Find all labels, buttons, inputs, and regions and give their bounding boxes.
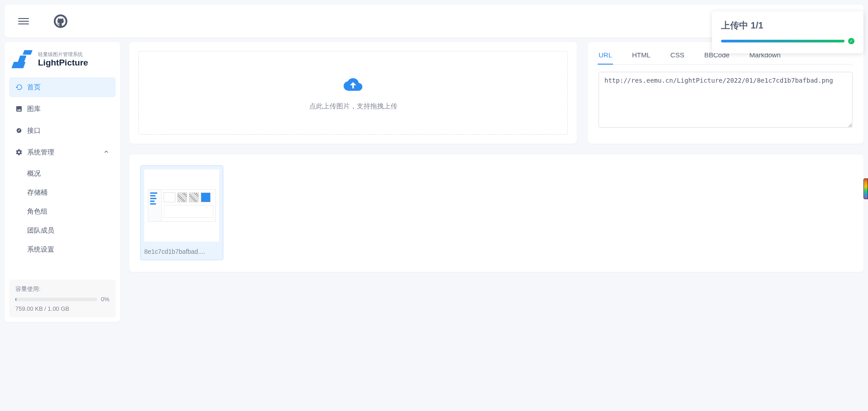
main-content: 点此上传图片，支持拖拽上传 URL HTML CSS BBCode Markdo… [129,42,863,322]
sidebar-item-label: 首页 [27,83,41,92]
sidebar-sub-settings[interactable]: 系统设置 [27,240,116,259]
link-card: URL HTML CSS BBCode Markdown [588,42,863,144]
recent-gallery: 8e1c7cd1b7bafbad.... [129,154,863,272]
sidebar-item-label: 系统管理 [27,148,54,157]
tab-url[interactable]: URL [599,51,612,64]
upload-hint: 点此上传图片，支持拖拽上传 [309,102,397,111]
logo-subtitle: 轻量级图片管理系统 [38,51,88,58]
check-icon: ✓ [848,38,854,44]
cloud-upload-icon [341,75,365,94]
nav-menu: 首页 图库 接口 系统管理 概况 存储桶 角色组 团队成员 系统设置 [9,77,116,280]
storage-progress-bar [15,298,97,301]
progress-bar [721,40,844,42]
sidebar-item-system[interactable]: 系统管理 [9,142,116,162]
upload-card: 点此上传图片，支持拖拽上传 [129,42,577,144]
sidebar-item-label: 接口 [27,126,41,135]
chevron-up-icon [103,149,109,156]
sidebar-item-gallery[interactable]: 图库 [9,99,116,119]
sidebar-sub-overview[interactable]: 概况 [27,164,116,183]
topbar: 上传中 1/1 ✓ [5,5,863,37]
sidebar: 轻量级图片管理系统 LightPicture 首页 图库 接口 系统管理 [5,42,120,322]
sidebar-sub-bucket[interactable]: 存储桶 [27,183,116,202]
storage-usage-panel: 容量使用: 0% 759.00 KB / 1.00 GB [9,280,116,318]
storage-percent: 0% [101,296,109,303]
storage-label: 容量使用: [15,285,109,293]
upload-toast-progress: ✓ [721,38,854,44]
sidebar-item-api[interactable]: 接口 [9,121,116,140]
sidebar-sub-roles[interactable]: 角色组 [27,202,116,221]
logo-icon [13,50,34,68]
sidebar-item-label: 图库 [27,105,41,113]
tab-css[interactable]: CSS [670,51,684,64]
api-icon [15,127,23,134]
gallery-item[interactable]: 8e1c7cd1b7bafbad.... [140,165,223,260]
sidebar-submenu-system: 概况 存储桶 角色组 团队成员 系统设置 [9,164,116,259]
logo: 轻量级图片管理系统 LightPicture [9,50,116,77]
tab-html[interactable]: HTML [632,51,651,64]
menu-toggle-button[interactable] [18,16,29,27]
logo-title: LightPicture [38,58,88,68]
upload-dropzone[interactable]: 点此上传图片，支持拖拽上传 [138,51,568,135]
sidebar-sub-team[interactable]: 团队成员 [27,221,116,240]
sidebar-item-home[interactable]: 首页 [9,77,116,97]
thumbnail-image [144,169,219,242]
image-icon [15,105,23,112]
github-link[interactable] [54,14,67,28]
feedback-widget[interactable] [863,178,868,199]
thumbnail-filename: 8e1c7cd1b7bafbad.... [144,248,219,255]
storage-usage-text: 759.00 KB / 1.00 GB [15,305,109,312]
github-icon [56,16,66,26]
link-output-textarea[interactable] [599,72,853,128]
upload-progress-toast: 上传中 1/1 ✓ [712,11,863,53]
dashboard-icon [15,84,23,91]
upload-toast-title: 上传中 1/1 [721,19,854,32]
gear-icon [15,149,23,156]
